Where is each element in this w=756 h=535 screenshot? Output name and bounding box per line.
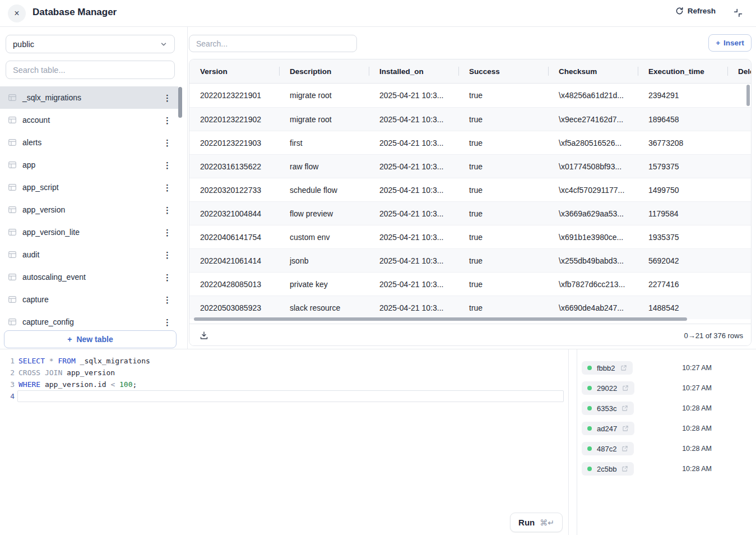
external-link-icon[interactable] [622, 405, 628, 412]
row-search-input[interactable] [189, 35, 357, 52]
cell-description[interactable]: first [279, 131, 369, 154]
history-query-pill[interactable]: 29022 [582, 381, 634, 395]
cell-version[interactable]: 20220406141754 [189, 225, 279, 248]
kebab-menu-icon[interactable]: ⋮ [163, 183, 171, 192]
cell-success[interactable]: true [458, 155, 548, 178]
cell-checksum[interactable]: \x6690de4ab247... [548, 296, 638, 319]
cell-deleted[interactable] [727, 108, 752, 131]
history-query-pill[interactable]: ad247 [582, 422, 634, 435]
cell-execution_time[interactable]: 1935375 [638, 225, 727, 248]
sidebar-item-account[interactable]: account⋮ [0, 109, 178, 131]
cell-execution_time[interactable]: 2277416 [638, 273, 727, 296]
compress-icon[interactable] [734, 8, 743, 17]
cell-installed_on[interactable]: 2025-04-21 10:3... [369, 202, 458, 225]
sidebar-scrollbar[interactable] [178, 87, 182, 118]
sidebar-item-capture[interactable]: capture⋮ [0, 288, 178, 311]
cell-version[interactable]: 20220321004844 [189, 202, 279, 225]
kebab-menu-icon[interactable]: ⋮ [163, 94, 171, 102]
cell-installed_on[interactable]: 2025-04-21 10:3... [369, 273, 458, 296]
cell-checksum[interactable]: \xc4cf570291177... [548, 178, 638, 201]
table-row[interactable]: 20220123221901migrate root2025-04-21 10:… [189, 84, 752, 107]
cell-version[interactable]: 20220421061414 [189, 249, 279, 272]
sql-editor[interactable]: Run ⌘↵ 1SELECT * FROM _sqlx_migrations2C… [0, 349, 569, 535]
cell-description[interactable]: raw flow [279, 155, 369, 178]
cell-installed_on[interactable]: 2025-04-21 10:3... [369, 108, 458, 131]
cell-execution_time[interactable]: 5692042 [638, 249, 727, 272]
cell-description[interactable]: schedule flow [279, 178, 369, 201]
kebab-menu-icon[interactable]: ⋮ [163, 139, 171, 147]
history-query-pill[interactable]: 6353c [582, 402, 634, 415]
sidebar-item-app_version_lite[interactable]: app_version_lite⋮ [0, 221, 178, 243]
cell-deleted[interactable] [727, 131, 752, 154]
cell-success[interactable]: true [458, 296, 548, 319]
history-query-pill[interactable]: 2c5bb [582, 462, 634, 476]
cell-version[interactable]: 20220320122733 [189, 178, 279, 201]
cell-installed_on[interactable]: 2025-04-21 10:3... [369, 131, 458, 154]
cell-installed_on[interactable]: 2025-04-21 10:3... [369, 249, 458, 272]
cell-success[interactable]: true [458, 249, 548, 272]
sidebar-item-app_version[interactable]: app_version⋮ [0, 199, 178, 221]
cell-success[interactable]: true [458, 273, 548, 296]
cell-execution_time[interactable]: 1499750 [638, 178, 727, 201]
sidebar-item-_sqlx_migrations[interactable]: _sqlx_migrations⋮ [0, 86, 178, 109]
external-link-icon[interactable] [622, 425, 629, 432]
external-link-icon[interactable] [622, 465, 628, 472]
sidebar-item-alerts[interactable]: alerts⋮ [0, 131, 178, 154]
cell-execution_time[interactable]: 1488542 [638, 296, 727, 319]
kebab-menu-icon[interactable]: ⋮ [163, 116, 171, 124]
cell-deleted[interactable] [727, 202, 752, 225]
cell-version[interactable]: 20220123221903 [189, 131, 279, 154]
sidebar-item-app[interactable]: app⋮ [0, 154, 178, 176]
cell-deleted[interactable] [727, 178, 752, 201]
cell-checksum[interactable]: \xf5a280516526... [548, 131, 638, 154]
table-row[interactable]: 20220123221903first2025-04-21 10:3...tru… [189, 131, 752, 154]
cell-checksum[interactable]: \xfb7827d6cc213... [548, 273, 638, 296]
cell-deleted[interactable] [727, 249, 752, 272]
cell-installed_on[interactable]: 2025-04-21 10:3... [369, 84, 458, 107]
cell-description[interactable]: migrate root [279, 108, 369, 131]
sidebar-item-autoscaling_event[interactable]: autoscaling_event⋮ [0, 266, 178, 288]
cell-checksum[interactable]: \x3669a629aa53... [548, 202, 638, 225]
cell-version[interactable]: 20220503085923 [189, 296, 279, 319]
cell-success[interactable]: true [458, 178, 548, 201]
sidebar-item-app_script[interactable]: app_script⋮ [0, 176, 178, 199]
close-button[interactable]: × [8, 4, 26, 22]
cell-success[interactable]: true [458, 84, 548, 107]
sidebar-item-capture_config[interactable]: capture_config⋮ [0, 311, 178, 330]
cell-description[interactable]: jsonb [279, 249, 369, 272]
cell-version[interactable]: 20220123221901 [189, 84, 279, 107]
cell-installed_on[interactable]: 2025-04-21 10:3... [369, 296, 458, 319]
table-row[interactable]: 20220421061414jsonb2025-04-21 10:3...tru… [189, 248, 752, 272]
cell-installed_on[interactable]: 2025-04-21 10:3... [369, 178, 458, 201]
cell-description[interactable]: migrate root [279, 84, 369, 107]
cell-installed_on[interactable]: 2025-04-21 10:3... [369, 155, 458, 178]
download-button[interactable] [200, 331, 208, 340]
new-table-button[interactable]: + New table [4, 330, 177, 348]
cell-success[interactable]: true [458, 202, 548, 225]
cell-execution_time[interactable]: 1179584 [638, 202, 727, 225]
cell-execution_time[interactable]: 36773208 [638, 131, 727, 154]
table-row[interactable]: 20220320122733schedule flow2025-04-21 10… [189, 178, 752, 201]
external-link-icon[interactable] [622, 445, 628, 452]
horizontal-scrollbar[interactable] [194, 317, 687, 321]
table-row[interactable]: 20220428085013private key2025-04-21 10:3… [189, 272, 752, 296]
history-query-pill[interactable]: 487c2 [582, 442, 634, 455]
schema-select[interactable]: public [6, 35, 175, 53]
vertical-scrollbar[interactable] [746, 85, 750, 106]
cell-deleted[interactable] [727, 155, 752, 178]
cell-checksum[interactable]: \x01774508bf93... [548, 155, 638, 178]
table-row[interactable]: 20220503085923slack resource2025-04-21 1… [189, 296, 752, 319]
cell-deleted[interactable] [727, 296, 752, 319]
cell-execution_time[interactable]: 1579375 [638, 155, 727, 178]
run-button[interactable]: Run ⌘↵ [510, 513, 563, 532]
cell-checksum[interactable]: \x691b1e3980ce... [548, 225, 638, 248]
cell-installed_on[interactable]: 2025-04-21 10:3... [369, 225, 458, 248]
cell-version[interactable]: 20220123221902 [189, 108, 279, 131]
cell-description[interactable]: slack resource [279, 296, 369, 319]
kebab-menu-icon[interactable]: ⋮ [163, 206, 171, 214]
cell-checksum[interactable]: \x255db49babd3... [548, 249, 638, 272]
insert-button[interactable]: + Insert [708, 34, 752, 52]
cell-success[interactable]: true [458, 108, 548, 131]
kebab-menu-icon[interactable]: ⋮ [163, 251, 171, 259]
table-row[interactable]: 20220321004844flow preview2025-04-21 10:… [189, 201, 752, 225]
